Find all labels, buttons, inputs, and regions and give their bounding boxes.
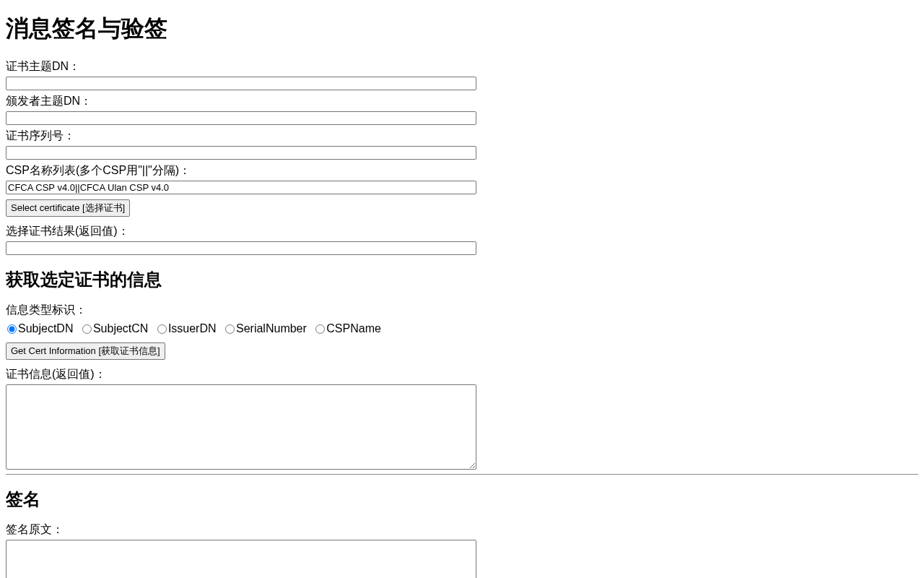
input-issuer-subject-dn[interactable]	[6, 111, 476, 125]
radio-label-subjectdn: SubjectDN	[18, 322, 73, 335]
divider	[6, 474, 918, 475]
radio-label-subjectcn: SubjectCN	[93, 322, 148, 335]
label-csp-list: CSP名称列表(多个CSP用"||"分隔)：	[6, 163, 918, 178]
label-cert-serial: 证书序列号：	[6, 129, 918, 144]
input-select-result[interactable]	[6, 241, 476, 255]
radio-cspname[interactable]	[315, 324, 325, 334]
radio-label-serialnumber: SerialNumber	[236, 322, 307, 335]
radio-serialnumber[interactable]	[225, 324, 235, 334]
heading-get-cert-info: 获取选定证书的信息	[6, 268, 918, 291]
radio-group-info-type: SubjectDN SubjectCN IssuerDN SerialNumbe…	[6, 322, 918, 335]
label-issuer-subject-dn: 颁发者主题DN：	[6, 94, 918, 109]
input-cert-subject-dn[interactable]	[6, 77, 476, 90]
textarea-cert-info-result[interactable]	[6, 384, 476, 470]
heading-sign: 签名	[6, 488, 918, 511]
radio-subjectdn[interactable]	[7, 324, 17, 334]
radio-label-issuerdn: IssuerDN	[168, 322, 217, 335]
textarea-sign-source[interactable]	[6, 540, 476, 578]
radio-subjectcn[interactable]	[82, 324, 92, 334]
input-cert-serial[interactable]	[6, 146, 476, 160]
label-info-type: 信息类型标识：	[6, 303, 918, 318]
label-sign-source: 签名原文：	[6, 522, 918, 538]
label-cert-subject-dn: 证书主题DN：	[6, 59, 918, 74]
get-cert-info-button[interactable]: Get Cert Information [获取证书信息]	[6, 342, 165, 360]
label-select-result: 选择证书结果(返回值)：	[6, 224, 918, 239]
select-certificate-button[interactable]: Select certificate [选择证书]	[6, 199, 130, 217]
radio-issuerdn[interactable]	[157, 324, 167, 334]
page-title: 消息签名与验签	[6, 13, 918, 45]
radio-label-cspname: CSPName	[326, 322, 381, 335]
label-cert-info-result: 证书信息(返回值)：	[6, 367, 918, 382]
input-csp-list[interactable]	[6, 181, 476, 194]
